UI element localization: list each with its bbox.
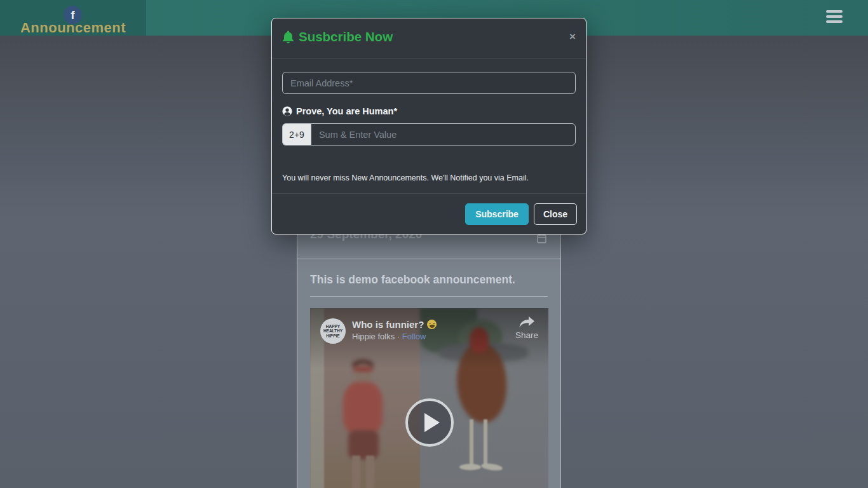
play-icon	[424, 413, 440, 432]
user-circle-icon	[282, 106, 292, 116]
human-check-label: Prove, You are Human*	[282, 106, 576, 116]
share-button[interactable]: Share	[515, 316, 538, 340]
modal-header: Susbcribe Now ×	[272, 18, 586, 59]
subscribe-button[interactable]: Subscribe	[465, 203, 529, 225]
page-avatar[interactable]: HAPPY HEALTHY HIPPIE	[320, 318, 346, 344]
page-name[interactable]: Hippie folks	[352, 332, 395, 341]
announcement-card: 29 September, 2020 This is demo facebook…	[297, 219, 561, 488]
calendar-icon	[537, 233, 546, 246]
bell-icon	[282, 30, 294, 44]
menu-toggle-icon[interactable]	[825, 10, 844, 25]
subscribe-modal: Susbcribe Now × Prove, You are Human* 2+…	[271, 18, 587, 234]
video-title: Who is funnier?	[352, 319, 437, 330]
video-byline: Hippie folks · Follow	[352, 332, 426, 341]
close-button[interactable]: Close	[534, 203, 577, 225]
modal-footer: Subscribe Close	[272, 193, 586, 234]
play-button[interactable]	[405, 398, 454, 447]
modal-title: Susbcribe Now	[282, 29, 576, 44]
video-top-gradient	[310, 308, 548, 369]
facebook-icon: f	[64, 6, 82, 24]
modal-body: Prove, You are Human* 2+9 You will never…	[272, 59, 586, 194]
follow-link[interactable]: Follow	[402, 332, 426, 341]
subscribe-note: You will never miss New Announcements. W…	[282, 173, 529, 182]
divider	[310, 296, 548, 297]
share-arrow-icon	[519, 316, 535, 329]
brand-box[interactable]: f Announcement	[0, 0, 146, 36]
email-input[interactable]	[282, 72, 576, 94]
captcha-input[interactable]	[311, 123, 576, 146]
captcha-group: 2+9	[282, 123, 576, 146]
grin-emoji-icon	[427, 320, 437, 329]
post-title: This is demo facebook announcement.	[310, 273, 548, 287]
close-icon[interactable]: ×	[569, 31, 576, 42]
captcha-question: 2+9	[282, 123, 311, 146]
card-body: This is demo facebook announcement.	[297, 259, 560, 488]
facebook-video-embed[interactable]: HAPPY HEALTHY HIPPIE Who is funnier? Hip…	[310, 308, 548, 488]
